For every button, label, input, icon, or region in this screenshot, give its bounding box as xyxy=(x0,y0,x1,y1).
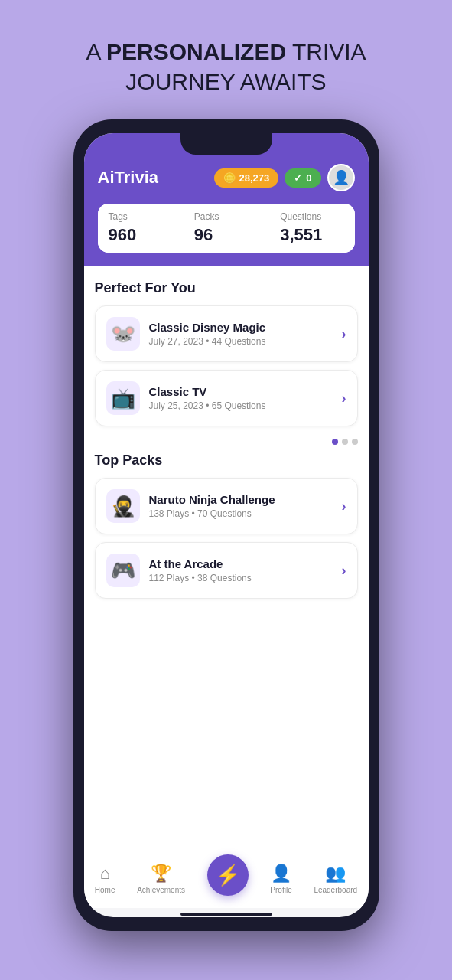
phone-frame: AiTrivia 🪙 28,273 ✓ 0 👤 Tags 960 xyxy=(73,119,379,931)
leaderboard-icon: 👥 xyxy=(325,864,346,884)
play-button[interactable]: ⚡ xyxy=(207,854,249,896)
pack-card-classic-tv[interactable]: 📺 Classic TV July 25, 2023 • 65 Question… xyxy=(95,370,358,426)
naruto-icon: 🥷 xyxy=(106,489,140,523)
hero-bold: PERSONALIZED xyxy=(106,39,286,64)
check-icon: ✓ xyxy=(294,172,302,184)
nav-leaderboard[interactable]: 👥 Leaderboard xyxy=(314,864,357,894)
coin-badge: 🪙 28,273 xyxy=(214,168,279,188)
home-icon: ⌂ xyxy=(100,864,110,884)
check-value: 0 xyxy=(306,172,311,184)
stat-questions: Questions 3,551 xyxy=(269,204,354,253)
arcade-name: At the Arcade xyxy=(149,557,333,570)
dot-3 xyxy=(352,439,358,445)
profile-label: Profile xyxy=(270,886,291,894)
bottom-nav: ⌂ Home 🏆 Achievements ⚡ 👤 Profile 👥 Lead… xyxy=(84,854,369,908)
nav-achievements[interactable]: 🏆 Achievements xyxy=(137,864,185,894)
pack-card-disney[interactable]: 🐭 Classic Disney Magic July 27, 2023 • 4… xyxy=(95,305,358,362)
coin-value: 28,273 xyxy=(239,172,270,184)
avatar[interactable]: 👤 xyxy=(327,164,355,191)
lightning-icon: ⚡ xyxy=(216,864,240,887)
tags-label: Tags xyxy=(109,211,172,222)
naruto-info: Naruto Ninja Challenge 138 Plays • 70 Qu… xyxy=(149,493,333,519)
questions-label: Questions xyxy=(280,211,343,222)
disney-info: Classic Disney Magic July 27, 2023 • 44 … xyxy=(149,321,333,347)
carousel-dots xyxy=(95,434,358,452)
naruto-meta: 138 Plays • 70 Questions xyxy=(149,508,333,519)
disney-chevron: › xyxy=(342,326,346,342)
pack-card-arcade[interactable]: 🎮 At the Arcade 112 Plays • 38 Questions… xyxy=(95,542,358,599)
classic-tv-icon: 📺 xyxy=(106,381,140,415)
stat-packs: Packs 96 xyxy=(184,204,268,253)
header-top: AiTrivia 🪙 28,273 ✓ 0 👤 xyxy=(98,164,355,191)
disney-name: Classic Disney Magic xyxy=(149,321,333,334)
classic-tv-info: Classic TV July 25, 2023 • 65 Questions xyxy=(149,385,333,411)
trophy-icon: 🏆 xyxy=(151,864,171,884)
app-title: AiTrivia xyxy=(98,168,158,188)
questions-value: 3,551 xyxy=(280,225,343,245)
phone-screen: AiTrivia 🪙 28,273 ✓ 0 👤 Tags 960 xyxy=(84,133,369,917)
packs-value: 96 xyxy=(194,225,258,245)
naruto-chevron: › xyxy=(342,498,346,514)
home-label: Home xyxy=(95,886,115,894)
home-indicator xyxy=(180,913,272,916)
classic-tv-name: Classic TV xyxy=(149,385,333,398)
classic-tv-meta: July 25, 2023 • 65 Questions xyxy=(149,400,333,411)
naruto-name: Naruto Ninja Challenge xyxy=(149,493,333,506)
tags-value: 960 xyxy=(109,225,172,245)
arcade-info: At the Arcade 112 Plays • 38 Questions xyxy=(149,557,333,583)
hero-suffix: TRIVIA xyxy=(286,39,366,64)
dot-2 xyxy=(342,439,348,445)
hero-line2: JOURNEY AWAITS xyxy=(86,67,366,96)
hero-section: A PERSONALIZED TRIVIA JOURNEY AWAITS xyxy=(86,37,366,96)
phone-notch xyxy=(180,133,272,155)
pack-card-naruto[interactable]: 🥷 Naruto Ninja Challenge 138 Plays • 70 … xyxy=(95,478,358,534)
profile-icon: 👤 xyxy=(271,864,291,884)
dot-1 xyxy=(332,439,338,445)
packs-label: Packs xyxy=(194,211,258,222)
arcade-chevron: › xyxy=(342,563,346,579)
achievements-label: Achievements xyxy=(137,886,185,894)
arcade-meta: 112 Plays • 38 Questions xyxy=(149,573,333,583)
classic-tv-chevron: › xyxy=(342,390,346,407)
arcade-icon: 🎮 xyxy=(106,554,140,587)
perfect-for-you-title: Perfect For You xyxy=(95,280,358,296)
top-packs-title: Top Packs xyxy=(95,452,358,469)
app-content: Perfect For You 🐭 Classic Disney Magic J… xyxy=(84,266,369,854)
check-badge: ✓ 0 xyxy=(285,168,320,188)
nav-profile[interactable]: 👤 Profile xyxy=(270,864,291,894)
stats-grid: Tags 960 Packs 96 Questions 3,551 xyxy=(98,204,355,253)
disney-icon: 🐭 xyxy=(106,317,140,351)
coin-icon: 🪙 xyxy=(223,172,236,184)
nav-home[interactable]: ⌂ Home xyxy=(95,864,115,894)
disney-meta: July 27, 2023 • 44 Questions xyxy=(149,336,333,347)
hero-prefix: A xyxy=(86,39,106,64)
stat-tags: Tags 960 xyxy=(98,204,183,253)
header-badges: 🪙 28,273 ✓ 0 👤 xyxy=(214,164,355,191)
leaderboard-label: Leaderboard xyxy=(314,886,357,894)
